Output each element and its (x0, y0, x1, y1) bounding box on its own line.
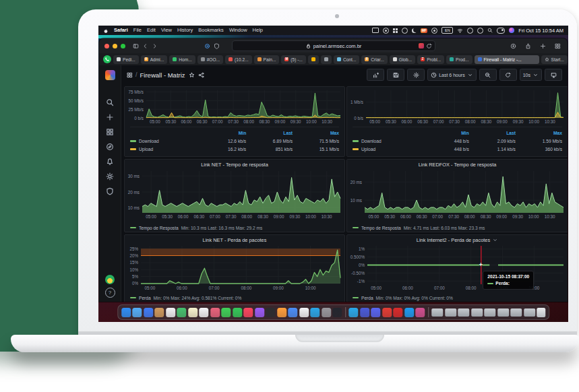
dock-app-l-10[interactable] (233, 308, 242, 317)
series-label[interactable]: Download (361, 139, 382, 143)
dock-minimized-window-6[interactable] (510, 308, 522, 317)
forward-button[interactable] (150, 41, 159, 51)
bandwidth-graph[interactable]: 0 b/s25 Mb/s50 Mb/s75 Mb/s05:0005:3006:0… (126, 88, 343, 125)
dock-app-l-15[interactable] (288, 308, 297, 317)
tab-13[interactable]: Prod... (446, 55, 472, 64)
tab-4[interactable]: (10.2... (225, 55, 252, 64)
tab-6[interactable]: M(5) -... (281, 55, 306, 64)
panel-title[interactable]: Link NET - Tempo de resposta (125, 160, 344, 169)
packet-loss-graph[interactable]: 0%5%10%15%20%25%05:0006:0007:0008:0009:0… (126, 244, 343, 292)
minimize-window-button[interactable] (113, 44, 117, 48)
dock-app-l-5[interactable] (177, 308, 186, 317)
dock-minimized-window-5[interactable] (497, 308, 509, 317)
tab-2[interactable]: Hom... (169, 55, 195, 64)
dock-minimized-window-2[interactable] (458, 308, 469, 317)
dock-app-l-4[interactable] (166, 308, 175, 317)
play-circle-icon[interactable] (431, 28, 437, 34)
page-title[interactable]: Firewall - Matriz (140, 71, 185, 79)
time-range-picker[interactable]: Last 6 hours (427, 69, 477, 81)
menu-item-window[interactable]: Window (229, 27, 247, 33)
dock-app-l-14[interactable] (277, 308, 286, 317)
new-tab-button[interactable] (538, 41, 547, 51)
dock-app-r-4[interactable] (393, 308, 402, 317)
stats-widget-icon[interactable]: MF (421, 28, 427, 33)
dock-app-l-2[interactable] (144, 308, 153, 317)
share-button[interactable] (523, 41, 532, 51)
menu-item-edit[interactable]: Edit (147, 27, 156, 33)
tv-kiosk-button[interactable] (545, 69, 562, 81)
shortcuts-icon[interactable] (393, 28, 398, 33)
dashboard-settings-button[interactable] (407, 69, 425, 81)
series-label[interactable]: Download (139, 139, 159, 143)
dock-app-l-0[interactable] (121, 308, 131, 317)
user-circle-icon[interactable] (467, 28, 473, 34)
tab-12[interactable]: ZProbl... (417, 55, 444, 64)
refresh-button[interactable] (499, 69, 517, 81)
bandwidth-graph[interactable]: 0 b/s1 Mb/s05:0005:3006:0006:3007:0007:3… (348, 88, 566, 125)
sidebar-item-bell[interactable] (99, 156, 121, 168)
moon-focus-icon[interactable] (412, 28, 417, 33)
dock-minimized-window-3[interactable] (471, 308, 483, 317)
menu-item-view[interactable]: View (161, 27, 172, 33)
user-avatar[interactable] (99, 273, 121, 286)
packet-loss-graph[interactable]: 2021-10-15 08:37:00 Perda: +1%0.500%0%-0… (348, 244, 566, 292)
pinned-tab-whatsapp[interactable] (103, 55, 111, 63)
tab-0[interactable]: Pedi... (113, 55, 139, 64)
dock-app-l-19[interactable] (332, 308, 342, 317)
tab-active-firewall-matriz[interactable]: Firewall - Matriz -... (475, 55, 539, 64)
dock-app-l-1[interactable] (132, 308, 142, 317)
tab-3[interactable]: #OO... (197, 55, 223, 64)
tab-5[interactable]: Pain... (254, 55, 280, 64)
refresh-interval-picker[interactable]: 10s (520, 69, 542, 81)
dock-app-l-18[interactable] (322, 308, 331, 317)
share-dashboard-icon[interactable] (198, 69, 204, 81)
dock-app-r-2[interactable] (371, 308, 380, 317)
dock-trash[interactable] (537, 308, 545, 317)
tab-15[interactable]: Start... (541, 55, 568, 64)
screen-record-icon[interactable] (372, 28, 379, 33)
add-panel-button[interactable] (367, 69, 384, 81)
time-machine-icon[interactable] (477, 28, 483, 34)
tab-7[interactable] (308, 55, 319, 64)
whatsapp-status-icon[interactable] (402, 28, 408, 34)
sidebar-item-gear[interactable] (99, 170, 121, 183)
dock-minimized-window-7[interactable] (524, 308, 535, 317)
apple-menu[interactable] (103, 27, 109, 33)
menu-item-safari[interactable]: Safari (114, 27, 128, 33)
menubar-clock[interactable]: Fri Oct 15 10:54 AM (518, 28, 563, 34)
tab-11[interactable]: Glob... (390, 55, 415, 64)
extension-badge-icon[interactable] (419, 43, 424, 48)
tab-10[interactable]: 8Criar... (361, 55, 387, 64)
dock-minimized-window-1[interactable] (445, 308, 456, 317)
series-label[interactable]: Upload (139, 147, 153, 152)
zoom-out-time-button[interactable] (479, 69, 497, 81)
tab-8[interactable] (321, 55, 332, 64)
zoom-window-button[interactable] (121, 44, 125, 48)
series-label[interactable]: Upload (361, 147, 375, 152)
response-time-graph[interactable]: 10 ms20 ms05:0005:3006:0006:3007:0007:30… (348, 169, 566, 220)
dashboards-grid-icon[interactable] (127, 69, 133, 81)
menu-item-file[interactable]: File (133, 27, 142, 33)
dock-app-l-16[interactable] (299, 308, 309, 317)
dock-app-l-17[interactable] (310, 308, 319, 317)
series-label[interactable]: Tempo de Resposta (361, 226, 401, 230)
sidebar-item-shield[interactable] (99, 185, 121, 197)
downloads-button[interactable] (508, 41, 518, 51)
tab-overview-button[interactable] (553, 41, 562, 51)
dock-minimized-window-0[interactable] (431, 308, 443, 317)
series-label[interactable]: Perda (361, 296, 373, 300)
grafana-logo[interactable] (105, 70, 115, 80)
tab-1[interactable]: 8Admi... (141, 55, 168, 64)
privacy-shield-icon[interactable] (212, 41, 221, 51)
series-label[interactable]: Perda (139, 296, 151, 300)
dock-app-r-1[interactable] (360, 308, 369, 317)
sidebar-toggle-button[interactable] (131, 41, 140, 51)
spotlight-icon[interactable] (487, 28, 493, 33)
help-button[interactable]: ? (99, 286, 121, 298)
control-center-icon[interactable] (497, 28, 505, 34)
dock-app-r-0[interactable] (348, 308, 358, 317)
input-source-pill[interactable]: EN (441, 27, 453, 34)
dock-app-r-6[interactable] (415, 308, 425, 317)
menu-item-bookmarks[interactable]: Bookmarks (198, 27, 224, 33)
dock-app-l-11[interactable] (243, 308, 253, 317)
